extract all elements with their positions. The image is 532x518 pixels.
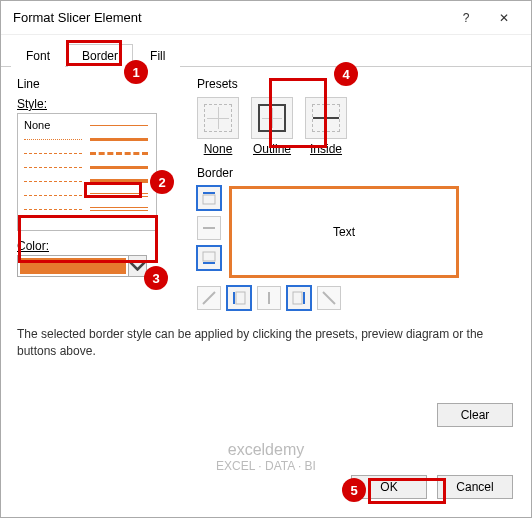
svg-line-5 bbox=[203, 292, 215, 304]
format-slicer-dialog: Format Slicer Element ? ✕ Font Border Fi… bbox=[0, 0, 532, 518]
border-diag-up-button[interactable] bbox=[197, 286, 221, 310]
presets-section-label: Presets bbox=[197, 77, 515, 91]
tab-border[interactable]: Border bbox=[67, 44, 133, 67]
svg-rect-6 bbox=[233, 292, 235, 304]
presets-row: None Outline Inside bbox=[197, 97, 515, 156]
svg-rect-1 bbox=[203, 195, 215, 204]
border-vertical-button[interactable] bbox=[257, 286, 281, 310]
border-diag-down-button[interactable] bbox=[317, 286, 341, 310]
line-style-item[interactable] bbox=[24, 146, 82, 160]
info-text: The selected border style can be applied… bbox=[17, 326, 515, 360]
line-style-item[interactable] bbox=[90, 202, 148, 216]
line-section-label: Line bbox=[17, 77, 177, 91]
cancel-button[interactable]: Cancel bbox=[437, 475, 513, 499]
line-style-item[interactable] bbox=[90, 188, 148, 202]
preset-outline[interactable]: Outline bbox=[251, 97, 293, 156]
line-style-list[interactable]: None bbox=[17, 113, 157, 231]
svg-rect-8 bbox=[268, 292, 270, 304]
line-style-item[interactable] bbox=[90, 174, 148, 188]
line-style-item[interactable] bbox=[24, 188, 82, 202]
border-bottom-button[interactable] bbox=[197, 246, 221, 270]
svg-rect-0 bbox=[203, 192, 215, 194]
close-button[interactable]: ✕ bbox=[485, 3, 523, 33]
line-style-item[interactable] bbox=[24, 174, 82, 188]
line-style-item[interactable] bbox=[90, 132, 148, 146]
tab-font[interactable]: Font bbox=[11, 44, 65, 67]
style-label: Style: bbox=[17, 97, 177, 111]
chevron-down-icon bbox=[128, 256, 146, 276]
svg-rect-10 bbox=[303, 292, 305, 304]
line-style-item[interactable] bbox=[24, 202, 82, 216]
clear-button[interactable]: Clear bbox=[437, 403, 513, 427]
svg-rect-4 bbox=[203, 262, 215, 264]
preset-inside-icon bbox=[305, 97, 347, 139]
border-left-button[interactable] bbox=[227, 286, 251, 310]
svg-rect-3 bbox=[203, 252, 215, 261]
line-style-item[interactable] bbox=[24, 132, 82, 146]
line-style-item[interactable] bbox=[24, 160, 82, 174]
line-section: Line Style: None bbox=[17, 77, 177, 310]
border-top-button[interactable] bbox=[197, 186, 221, 210]
line-style-item[interactable] bbox=[90, 118, 148, 132]
border-horizontal-button[interactable] bbox=[197, 216, 221, 240]
svg-rect-7 bbox=[236, 292, 245, 304]
preset-inside[interactable]: Inside bbox=[305, 97, 347, 156]
line-style-item[interactable] bbox=[90, 146, 148, 160]
ok-button[interactable]: OK bbox=[351, 475, 427, 499]
dialog-body: Line Style: None bbox=[1, 67, 531, 517]
svg-rect-2 bbox=[203, 227, 215, 229]
border-right-button[interactable] bbox=[287, 286, 311, 310]
svg-rect-9 bbox=[293, 292, 302, 304]
line-style-none[interactable]: None bbox=[24, 118, 82, 132]
preset-none[interactable]: None bbox=[197, 97, 239, 156]
line-style-item[interactable] bbox=[90, 160, 148, 174]
titlebar: Format Slicer Element ? ✕ bbox=[1, 1, 531, 35]
border-section-label: Border bbox=[197, 166, 515, 180]
preset-inside-label: Inside bbox=[310, 142, 342, 156]
preset-outline-label: Outline bbox=[253, 142, 291, 156]
tab-fill[interactable]: Fill bbox=[135, 44, 180, 67]
color-swatch bbox=[20, 258, 126, 274]
dialog-title: Format Slicer Element bbox=[13, 10, 447, 25]
color-label: Color: bbox=[17, 239, 177, 253]
preset-none-icon bbox=[197, 97, 239, 139]
tab-strip: Font Border Fill bbox=[1, 35, 531, 67]
help-button[interactable]: ? bbox=[447, 3, 485, 33]
preset-none-label: None bbox=[204, 142, 233, 156]
preset-outline-icon bbox=[251, 97, 293, 139]
svg-line-11 bbox=[323, 292, 335, 304]
color-picker[interactable] bbox=[17, 255, 147, 277]
watermark: exceldemy EXCEL · DATA · BI bbox=[216, 441, 316, 473]
border-preview[interactable]: Text bbox=[229, 186, 459, 278]
preview-text: Text bbox=[333, 225, 355, 239]
